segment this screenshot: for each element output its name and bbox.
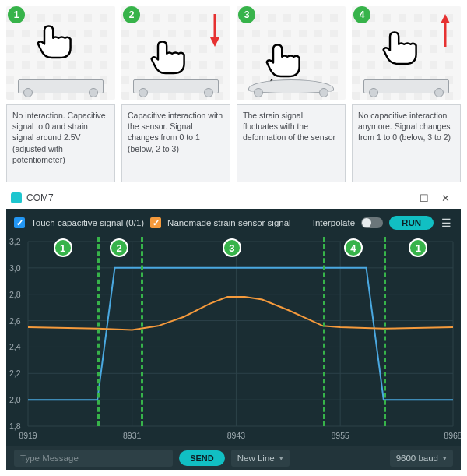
- region-badge: 1: [409, 238, 427, 257]
- line-ending-select[interactable]: New Line ▾: [231, 450, 290, 467]
- interpolate-toggle[interactable]: [361, 217, 383, 228]
- region-badge: 2: [110, 238, 128, 257]
- window-title: COM7: [26, 192, 54, 203]
- y-tick-label: 2,2: [9, 368, 21, 378]
- step-panel: 1 No interaction. Capacitive signal to 0…: [6, 6, 115, 182]
- steps-row: 1 No interaction. Capacitive signal to 0…: [0, 0, 467, 187]
- y-tick-label: 2,4: [9, 342, 21, 351]
- step-caption: The strain signal fluctuates with the de…: [237, 104, 346, 182]
- pointing-hand-icon: [142, 30, 196, 84]
- strain-checkbox[interactable]: ✓: [150, 217, 161, 228]
- step-caption: No capacitive interaction anymore. Signa…: [352, 104, 461, 182]
- y-tick-label: 3,0: [9, 263, 21, 273]
- series-line: [28, 268, 453, 400]
- baud-value: 9600 baud: [396, 453, 438, 463]
- step-caption: Capacitive interaction with the sensor. …: [121, 104, 230, 182]
- step-number-badge: 2: [123, 6, 140, 23]
- capacitive-checkbox[interactable]: ✓: [14, 217, 25, 228]
- send-button[interactable]: SEND: [179, 450, 225, 466]
- region-badge: 3: [223, 238, 241, 257]
- region-divider: [323, 237, 325, 426]
- y-tick-label: 2,0: [9, 395, 21, 404]
- plot-area: ✓ Touch capacitive signal (0/1) ✓ Nanoma…: [6, 209, 461, 446]
- step-panel: 3 The strain signal fluctuates with the …: [237, 6, 346, 182]
- x-tick-label: 8955: [331, 431, 349, 440]
- maximize-button[interactable]: ☐: [413, 192, 435, 204]
- footer-bar: SEND New Line ▾ 9600 baud ▾: [6, 446, 461, 470]
- region-divider: [141, 237, 143, 426]
- arrow-down-icon: [209, 12, 221, 48]
- chevron-down-icon: ▾: [279, 454, 283, 462]
- chart-canvas: 123411,82,02,22,42,62,83,03,289198931894…: [6, 237, 461, 446]
- legend-bar: ✓ Touch capacitive signal (0/1) ✓ Nanoma…: [6, 209, 461, 237]
- y-tick-label: 2,8: [9, 290, 21, 299]
- step-caption: No interaction. Capacitive signal to 0 a…: [6, 104, 115, 182]
- step-number-badge: 4: [353, 6, 370, 23]
- x-tick-label: 8968: [444, 431, 461, 440]
- close-button[interactable]: ✕: [435, 192, 456, 204]
- serial-plotter-window: COM7 – ☐ ✕ ✓ Touch capacitive signal (0/…: [6, 187, 461, 470]
- settings-icon[interactable]: ☰: [440, 217, 453, 229]
- series-line: [28, 297, 453, 330]
- pointing-hand-icon: [28, 14, 83, 69]
- region-badge: 1: [54, 238, 72, 257]
- step-number-badge: 1: [8, 6, 25, 23]
- region-divider: [384, 237, 386, 426]
- chevron-down-icon: ▾: [443, 454, 447, 462]
- titlebar: COM7 – ☐ ✕: [6, 187, 461, 209]
- sensor-base-icon: [133, 79, 219, 93]
- region-divider: [97, 237, 100, 426]
- interpolate-label: Interpolate: [313, 218, 355, 227]
- region-badge: 4: [344, 238, 363, 257]
- x-tick-label: 8919: [19, 431, 37, 440]
- step-panel: 4 No capacitive interaction anymore. Sig…: [352, 6, 461, 182]
- app-icon: [11, 192, 22, 203]
- strain-legend: Nanomade strain sensor signal: [167, 218, 291, 227]
- pointing-hand-icon: [374, 20, 428, 75]
- arrow-up-icon: [439, 12, 451, 48]
- step-panel: 2 Capacitive interaction with the sensor…: [121, 6, 230, 182]
- sensor-base-icon: [363, 79, 449, 93]
- line-ending-value: New Line: [237, 453, 275, 463]
- baud-select[interactable]: 9600 baud ▾: [390, 450, 453, 467]
- capacitive-legend: Touch capacitive signal (0/1): [31, 218, 144, 227]
- message-input[interactable]: [14, 450, 173, 467]
- y-tick-label: 2,6: [9, 316, 21, 326]
- x-tick-label: 8943: [227, 431, 245, 440]
- x-tick-label: 8931: [123, 431, 141, 440]
- sensor-base-icon: [18, 79, 104, 93]
- step-number-badge: 3: [238, 6, 255, 23]
- y-tick-label: 1,8: [9, 421, 21, 431]
- run-button[interactable]: RUN: [389, 216, 434, 230]
- y-tick-label: 3,2: [9, 237, 21, 246]
- minimize-button[interactable]: –: [395, 192, 413, 204]
- sensor-base-icon: [248, 79, 334, 93]
